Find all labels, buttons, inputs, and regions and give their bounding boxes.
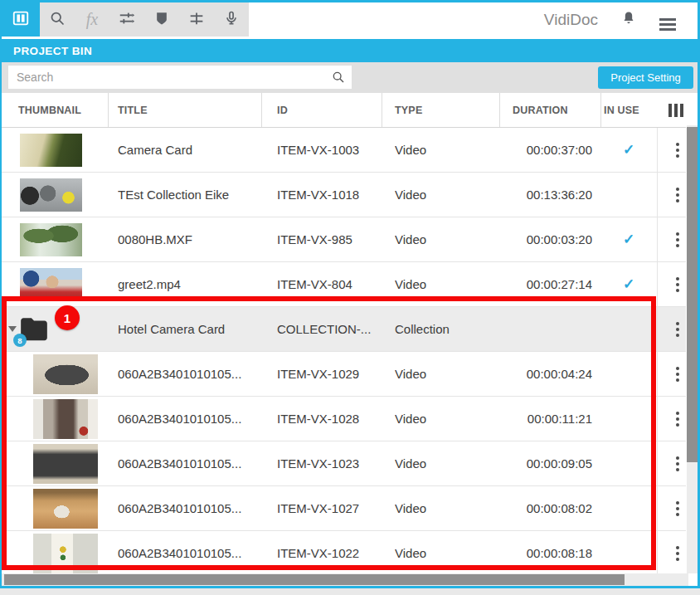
thumbnail[interactable] [20,134,82,167]
item-duration: 00:00:37:00 [498,128,592,173]
item-id: ITEM-VX-804 [277,262,385,307]
column-header-duration[interactable]: DURATION [513,93,568,128]
horizontal-scrollbar[interactable] [2,573,688,586]
microphone-tool-button[interactable] [214,2,249,37]
main-menu-button[interactable] [659,16,681,23]
item-duration: 00:00:03:20 [498,217,592,262]
vertical-scrollbar[interactable] [687,125,698,573]
bell-icon [620,10,637,29]
collection-folder-icon[interactable]: 8 [18,312,50,347]
magnifier-icon[interactable] [332,71,345,87]
table-body: Camera Card ITEM-VX-1003 Video 00:00:37:… [2,128,686,573]
item-type: Video [395,486,493,531]
item-title: 060A2B3401010105... [118,531,272,573]
search-input[interactable] [8,66,352,89]
horizontal-scrollbar-thumb[interactable] [4,574,625,585]
in-use-check-icon: ✓ [600,262,657,307]
table-row[interactable]: 0080HB.MXF ITEM-VX-985 Video 00:00:03:20… [2,217,686,262]
column-header-thumbnail[interactable]: THUMBNAIL [18,93,81,128]
fx-effects-icon: fx [86,10,98,29]
app-title: VidiDoc [544,11,598,29]
column-header-id[interactable]: ID [277,93,288,128]
table-row-sub-item[interactable]: 060A2B3401010105... ITEM-VX-1027 Video 0… [2,486,686,531]
vididoc-window: fx Vi [0,0,700,588]
settings-sliders-button[interactable] [179,2,214,37]
thumbnail[interactable] [33,399,98,439]
item-title: 060A2B3401010105... [118,441,272,486]
table-row[interactable]: Camera Card ITEM-VX-1003 Video 00:00:37:… [2,128,686,173]
microphone-icon [223,10,240,29]
row-menu-kebab-icon[interactable] [665,531,686,573]
column-divider [499,93,500,127]
shield-tool-button[interactable] [144,2,179,37]
search-tool-button[interactable] [40,2,75,37]
table-row[interactable]: greet2.mp4 ITEM-VX-804 Video 00:00:27:14… [2,262,686,307]
item-type: Video [395,217,493,262]
item-id: ITEM-VX-1029 [277,352,385,397]
adjust-tool-button[interactable] [109,2,144,37]
item-id: ITEM-VX-1027 [277,486,385,531]
row-menu-kebab-icon[interactable] [665,217,686,262]
row-menu-kebab-icon[interactable] [665,397,686,441]
collection-row[interactable]: 8 Hotel Camera Card COLLECTION-... Colle… [2,307,686,352]
search-icon [49,10,66,30]
thumbnail[interactable] [33,489,98,529]
thumbnail[interactable] [33,354,98,394]
panel-header: PROJECT BIN [2,39,698,62]
item-duration: 00:00:11:21 [498,397,592,441]
row-menu-kebab-icon[interactable] [665,262,686,307]
row-menu-kebab-icon[interactable] [665,128,686,173]
item-title: 060A2B3401010105... [118,352,272,397]
item-duration: 00:00:04:24 [498,352,592,397]
thumbnail[interactable] [20,268,82,301]
item-type: Video [395,128,493,173]
item-type: Collection [395,307,493,352]
media-bin-tab[interactable] [2,2,40,37]
table-row-sub-item[interactable]: 060A2B3401010105... ITEM-VX-1023 Video 0… [2,441,686,486]
table-row-sub-item[interactable]: 060A2B3401010105... ITEM-VX-1022 Video 0… [2,531,686,573]
filmstrip-icon [12,9,30,30]
toolbar-icon-strip: fx [2,2,249,37]
item-title: Hotel Camera Card [118,307,272,352]
column-divider [108,93,109,127]
table-row[interactable]: TEst Collection Eike ITEM-VX-1018 Video … [2,173,686,217]
column-header-type[interactable]: TYPE [395,93,422,128]
table-row-sub-item[interactable]: 060A2B3401010105... ITEM-VX-1028 Video 0… [2,397,686,441]
item-title: Camera Card [118,128,272,173]
item-duration: 00:00:27:14 [498,262,592,307]
project-setting-button[interactable]: Project Setting [598,66,693,89]
row-menu-kebab-icon[interactable] [665,307,686,352]
column-header-in-use[interactable]: IN USE [604,93,639,128]
row-menu-kebab-icon[interactable] [665,486,686,531]
in-use-check-icon: ✓ [600,217,657,262]
row-menu-kebab-icon[interactable] [665,173,686,217]
thumbnail[interactable] [20,178,82,212]
item-id: ITEM-VX-1022 [277,531,385,573]
thumbnail[interactable] [33,534,98,573]
item-id: ITEM-VX-1023 [277,441,385,486]
toolbar-right: VidiDoc [544,2,698,37]
item-type: Video [395,352,493,397]
notifications-button[interactable] [618,10,639,29]
table-header: THUMBNAIL TITLE ID TYPE DURATION IN USE [2,93,686,128]
effects-tool-button[interactable]: fx [75,2,109,37]
item-duration: 00:13:36:20 [498,173,592,217]
column-header-title[interactable]: TITLE [118,93,148,128]
hamburger-icon [659,18,676,21]
column-settings-icon[interactable] [668,104,687,117]
row-menu-kebab-icon[interactable] [665,441,686,486]
item-duration: 00:00:08:18 [498,531,592,573]
collection-count-badge: 8 [13,334,27,347]
thumbnail[interactable] [20,223,82,256]
collapse-triangle-icon[interactable] [8,326,17,332]
thumbnail[interactable] [33,444,98,484]
table-row-sub-item[interactable]: 060A2B3401010105... ITEM-VX-1029 Video 0… [2,352,686,397]
row-menu-kebab-icon[interactable] [665,352,686,397]
column-divider [261,93,262,127]
item-id: ITEM-VX-985 [277,217,385,262]
item-type: Video [395,441,493,486]
item-id: ITEM-VX-1018 [277,173,385,217]
item-type: Video [395,262,493,307]
search-row: Project Setting [2,62,698,93]
vertical-scrollbar-thumb[interactable] [687,127,698,462]
